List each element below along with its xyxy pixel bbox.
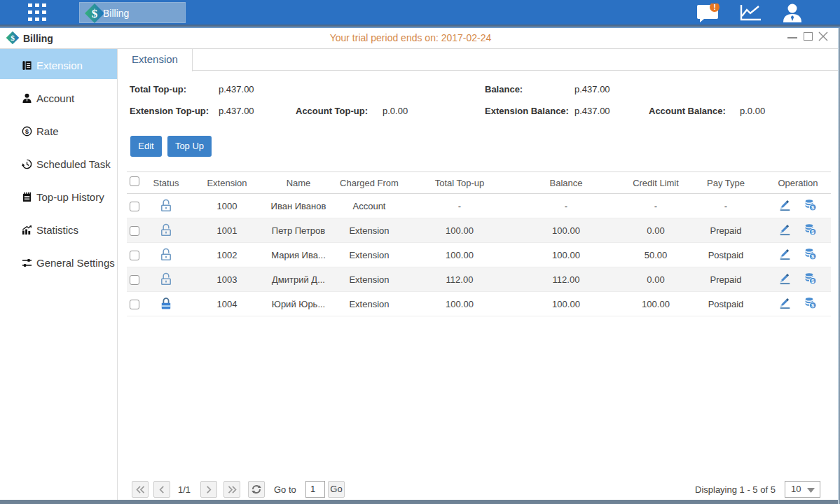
svg-text:!: !: [713, 4, 716, 11]
svg-text:$: $: [92, 7, 98, 20]
svg-text:$: $: [25, 128, 29, 135]
